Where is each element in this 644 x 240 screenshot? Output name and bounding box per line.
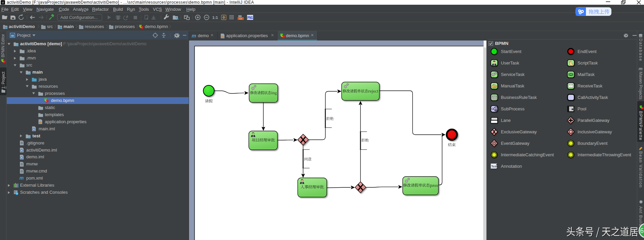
svg-text:Add Configuration...: Add Configuration... <box>60 15 98 20</box>
svg-text:<>: <> <box>239 18 242 20</box>
svg-text:IJ: IJ <box>2 1 4 4</box>
svg-text:Text: Text <box>491 165 497 168</box>
svg-text:PNG: PNG <box>247 16 253 20</box>
svg-text:1:1: 1:1 <box>212 16 218 20</box>
